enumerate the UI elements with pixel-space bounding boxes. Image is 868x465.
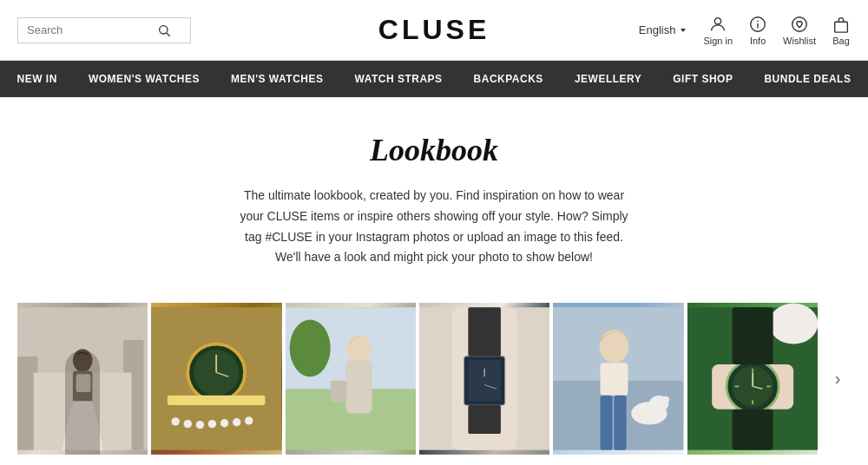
photo-svg-4 [419,303,549,455]
svg-point-33 [346,335,371,361]
nav-item-jewellery[interactable]: JEWELLERY [559,61,657,97]
svg-point-13 [73,349,93,371]
photo-placeholder-6 [687,303,818,455]
wishlist-label: Wishlist [783,36,816,46]
svg-point-28 [233,418,240,426]
svg-point-27 [220,419,228,427]
svg-point-55 [769,304,818,344]
header-left [17,17,234,43]
photo-item[interactable] [419,303,549,455]
photo-svg-5 [553,303,683,455]
photo-item[interactable] [286,303,416,455]
svg-rect-12 [34,373,132,450]
nav-item-mens-watches[interactable]: MEN'S WATCHES [215,61,339,97]
svg-point-53 [661,396,669,403]
svg-marker-2 [681,29,686,32]
language-selector[interactable]: English [639,23,688,36]
photo-svg-6 [687,303,818,455]
svg-rect-50 [615,396,627,450]
sign-in-button[interactable]: Sign in [703,15,733,46]
svg-point-29 [245,416,253,424]
svg-rect-42 [468,405,501,434]
search-box[interactable] [17,17,191,43]
svg-point-26 [208,420,216,428]
main-content: Lookbook The ultimate lookbook, created … [0,97,868,465]
svg-point-3 [715,17,721,23]
nav-item-new-in[interactable]: NEW IN [2,61,73,97]
nav-item-bundle-deals[interactable]: BUNDLE DEALS [748,61,866,97]
photo-item[interactable] [17,303,148,455]
photo-placeholder-3 [286,303,416,455]
lookbook-description: The ultimate lookbook, created by you. F… [239,186,629,268]
search-icon[interactable] [157,23,171,38]
header-center: CLUSE [234,14,634,46]
page-title: Lookbook [17,132,851,168]
svg-rect-66 [732,409,773,450]
svg-point-47 [600,331,629,363]
svg-point-24 [184,420,192,428]
sign-in-label: Sign in [703,36,733,46]
wishlist-button[interactable]: Wishlist [783,15,816,46]
wishlist-icon [790,15,809,34]
svg-rect-14 [73,371,93,416]
bag-icon [832,15,851,34]
svg-rect-49 [601,396,613,450]
svg-point-0 [160,26,168,34]
svg-rect-8 [835,22,848,32]
info-button[interactable]: Info [748,15,767,46]
svg-rect-43 [468,307,501,356]
photo-placeholder-1 [17,303,148,455]
chevron-down-icon [679,26,687,35]
next-button[interactable]: › [825,366,851,392]
svg-rect-48 [601,363,628,396]
nav-item-backpacks[interactable]: BACKPACKS [458,61,559,97]
nav-item-watch-straps[interactable]: WATCH STRAPS [339,61,457,97]
bag-button[interactable]: Bag [832,15,851,46]
svg-rect-34 [345,361,372,414]
svg-line-1 [167,33,170,36]
header: CLUSE English Sign in Info [0,0,868,61]
main-nav: NEW IN WOMEN'S WATCHES MEN'S WATCHES WAT… [0,61,868,97]
logo[interactable]: CLUSE [234,14,634,46]
photo-placeholder-2 [151,303,281,455]
photo-svg-2 [151,303,281,455]
svg-rect-22 [168,396,266,405]
photo-placeholder-4 [419,303,549,455]
header-right: English Sign in Info [634,15,851,46]
photo-item[interactable] [687,303,818,455]
nav-item-womens-watches[interactable]: WOMEN'S WATCHES [73,61,215,97]
photo-grid-container: › [17,303,851,455]
svg-point-6 [758,20,759,21]
svg-point-23 [172,417,180,425]
bag-label: Bag [832,36,850,46]
svg-rect-15 [76,375,91,393]
photo-item[interactable] [553,303,683,455]
photo-item[interactable] [151,303,281,455]
photo-svg-3 [286,303,416,455]
photo-grid [17,303,818,455]
svg-rect-65 [732,307,773,364]
info-label: Info [750,36,766,46]
photo-svg-1 [17,303,148,455]
info-icon [748,15,767,34]
search-input[interactable] [27,23,157,36]
svg-point-7 [792,16,807,31]
svg-point-25 [196,421,204,429]
nav-item-gift-shop[interactable]: GIFT SHOP [657,61,748,97]
person-icon [708,15,727,34]
language-label: English [639,23,676,36]
svg-rect-39 [468,361,501,402]
svg-point-32 [289,320,330,377]
svg-rect-35 [330,381,346,402]
photo-placeholder-5 [553,303,683,455]
